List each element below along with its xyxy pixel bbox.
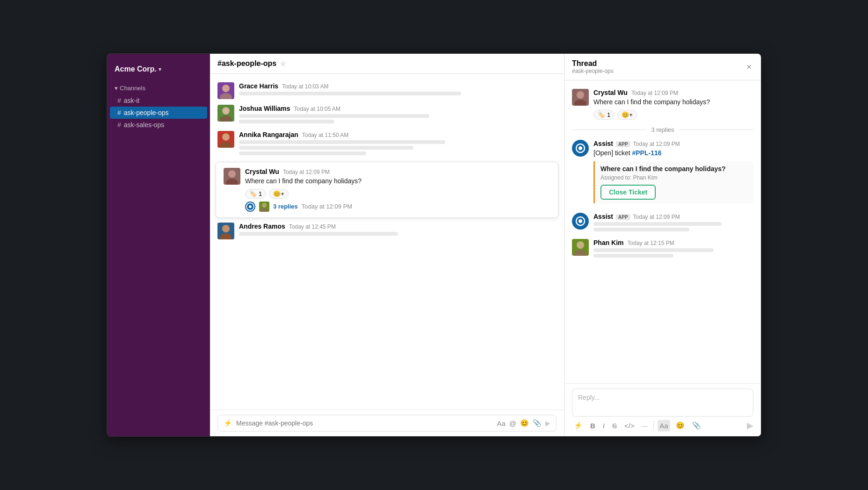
message-text-placeholder [239, 232, 398, 236]
attachment-toolbar-icon[interactable]: 📎 [690, 419, 703, 432]
reaction-emoji: 🏷️ [598, 111, 605, 118]
strikethrough-button[interactable]: S [610, 420, 619, 432]
message-content: Grace Harris Today at 10:03 AM [239, 82, 557, 97]
italic-button[interactable]: I [601, 420, 607, 432]
reaction-emoji: 🏷️ [249, 190, 257, 197]
sidebar-item-ask-it[interactable]: # ask-it [110, 94, 207, 107]
replies-count[interactable]: 3 replies [273, 203, 298, 210]
message-row: Grace Harris Today at 10:03 AM [210, 79, 564, 102]
reply-user-avatar [259, 202, 269, 212]
close-ticket-button[interactable]: Close Ticket [600, 185, 656, 200]
svg-point-4 [220, 115, 232, 122]
thread-input-toolbar: ⚡ B I S </> ··· Aa 😊 📎 ▶ [572, 419, 753, 432]
message-time: Today at 11:50 AM [302, 132, 348, 138]
text-format-button[interactable]: Aa [658, 420, 670, 432]
message-row: Annika Rangarajan Today at 11:50 AM [210, 128, 564, 160]
add-reaction-button[interactable]: 😊+ [617, 110, 637, 120]
reaction-button[interactable]: 🏷️ 1 [593, 110, 615, 120]
channels-section[interactable]: ▾ Channels [107, 81, 210, 94]
app-badge: APP [616, 141, 630, 147]
thread-reply-input[interactable]: Reply... [572, 389, 753, 417]
close-thread-button[interactable]: × [745, 60, 753, 74]
message-content: Annika Rangarajan Today at 11:50 AM [239, 131, 557, 157]
avatar [217, 131, 234, 148]
phan-message-row: Phan Kim Today at 12:15 PM [564, 236, 761, 262]
reply-placeholder: Reply... [578, 394, 600, 401]
sidebar-item-ask-people-ops[interactable]: # ask-people-ops [110, 107, 207, 119]
code-button[interactable]: </> [622, 420, 637, 432]
ticket-link[interactable]: #PPL-116 [632, 149, 661, 157]
thread-title: Thread [572, 59, 614, 68]
channels-label: Channels [120, 85, 145, 92]
lightning-icon[interactable]: ⚡ [224, 419, 232, 427]
text-format-icon[interactable]: Aa [497, 419, 505, 427]
assist-message-row: Assist APP Today at 12:09 PM [Open] tick… [564, 137, 761, 210]
mention-icon[interactable]: @ [509, 419, 516, 427]
workspace-chevron-icon: ▾ [159, 66, 161, 72]
hash-icon: # [117, 121, 121, 129]
message-author: Phan Kim [593, 239, 624, 246]
channel-name-ask-it: ask-it [124, 97, 139, 104]
message-content: Joshua Williams Today at 10:05 AM [239, 105, 557, 125]
attachment-icon[interactable]: 📎 [533, 419, 542, 427]
thread-panel: Thread #ask-people-ops × Crystal Wu Toda… [564, 54, 761, 436]
message-author: Assist [593, 213, 613, 220]
channel-name-ask-people-ops: ask-people-ops [124, 109, 169, 116]
emoji-toolbar-icon[interactable]: 😊 [674, 419, 687, 432]
thread-message-row: Crystal Wu Today at 12:09 PM Where can I… [564, 86, 761, 122]
svg-point-1 [220, 93, 232, 99]
replies-count-label: 3 replies [651, 126, 674, 133]
avatar [217, 105, 234, 122]
message-text: Where can I find the company holidays? [593, 98, 753, 107]
ticket-text: Where can I find the company holidays? [600, 165, 748, 173]
add-reaction-button[interactable]: 😊+ [269, 189, 289, 199]
svg-point-10 [228, 170, 236, 178]
assist-reply-avatar [245, 202, 255, 212]
message-author: Grace Harris [239, 82, 278, 90]
workspace-name[interactable]: Acme Corp. ▾ [107, 61, 210, 81]
star-icon[interactable]: ☆ [280, 60, 286, 67]
add-reaction-icon: 😊+ [273, 190, 284, 197]
chat-header: #ask-people-ops ☆ [210, 54, 564, 74]
message-text-placeholder [593, 222, 722, 226]
hash-icon: # [117, 109, 121, 116]
thread-header-left: Thread #ask-people-ops [572, 59, 614, 74]
add-reaction-icon: 😊+ [622, 111, 633, 118]
app-badge: APP [616, 214, 630, 220]
message-time: Today at 10:05 AM [294, 106, 340, 112]
avatar [217, 82, 234, 99]
message-text: Where can I find the company holidays? [245, 177, 550, 186]
assist-avatar [572, 213, 589, 230]
emoji-icon[interactable]: 😊 [520, 419, 529, 427]
reaction-button[interactable]: 🏷️ 1 [245, 189, 266, 199]
replies-bar: 3 replies Today at 12:09 PM [245, 202, 550, 212]
svg-point-26 [579, 219, 582, 223]
ticket-assigned: Assigned to: Phan Kim [600, 174, 748, 181]
message-time: Today at 12:09 PM [633, 141, 680, 147]
send-icon[interactable]: ▶ [545, 419, 550, 427]
svg-point-24 [579, 146, 582, 150]
svg-point-2 [223, 85, 229, 92]
message-text: [Open] ticket #PPL-116 [593, 149, 753, 158]
lightning-toolbar-icon[interactable]: ⚡ [572, 419, 585, 432]
message-content: Crystal Wu Today at 12:09 PM Where can I… [245, 168, 550, 212]
avatar [572, 239, 589, 256]
message-time: Today at 12:09 PM [633, 214, 680, 220]
send-reply-button[interactable]: ▶ [747, 420, 753, 431]
message-text-placeholder [239, 140, 445, 144]
svg-point-8 [223, 134, 229, 140]
message-text-placeholder [593, 254, 673, 258]
sidebar-item-ask-sales-ops[interactable]: # ask-sales-ops [110, 119, 207, 131]
svg-point-5 [223, 108, 229, 114]
replies-divider: 3 replies [564, 122, 761, 137]
message-text-placeholder [239, 120, 334, 123]
bold-button[interactable]: B [588, 420, 597, 432]
channels-chevron-icon: ▾ [115, 85, 118, 92]
reaction-count: 1 [607, 111, 610, 118]
chat-channel-title: #ask-people-ops [217, 59, 276, 68]
message-input[interactable] [236, 419, 493, 427]
message-text-placeholder [593, 228, 689, 231]
reaction-count: 1 [259, 190, 262, 197]
svg-point-21 [577, 91, 584, 99]
more-options-button[interactable]: ··· [640, 420, 650, 432]
